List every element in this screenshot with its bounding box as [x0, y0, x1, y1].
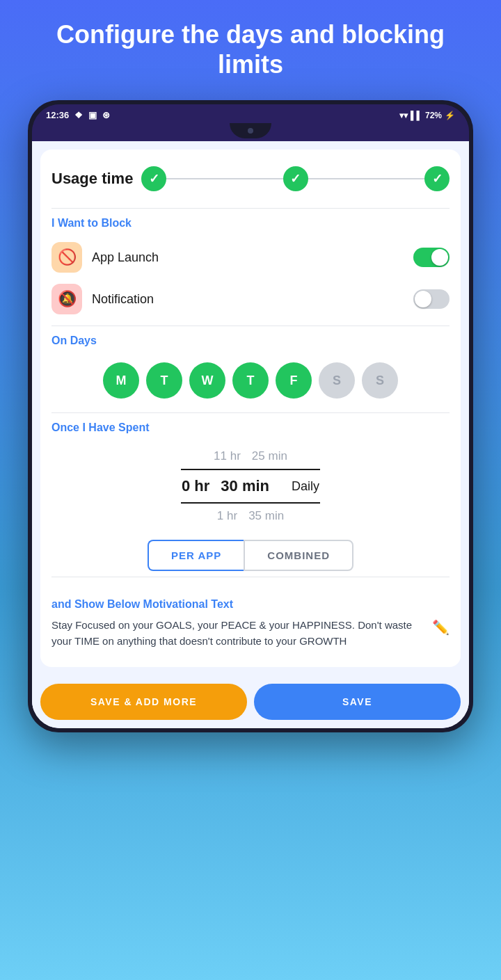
main-card: Usage time ✓ ✓ ✓ I Want to Block 🚫: [40, 150, 461, 667]
divider-3: [51, 412, 450, 413]
tab-row: PER APP COMBINED: [51, 540, 450, 571]
day-sunday[interactable]: S: [362, 362, 398, 399]
spent-section-label: Once I Have Spent: [51, 421, 450, 434]
notification-left: 🔕 Notification: [51, 284, 154, 314]
step-line-2: [308, 178, 424, 179]
battery-icon: ⚡: [445, 111, 455, 120]
step-1: ✓: [141, 166, 166, 191]
day-monday[interactable]: M: [103, 362, 139, 399]
time-picker[interactable]: 11 hr 25 min 0 hr 30 min Daily: [51, 441, 450, 531]
bottom-buttons: SAVE & ADD MORE SAVE: [32, 675, 469, 728]
notification-icon: 🔕: [51, 284, 82, 314]
edit-icon[interactable]: ✏️: [432, 619, 450, 636]
wifi-icon: ▾▾: [399, 111, 408, 120]
step-3: ✓: [424, 166, 450, 191]
notch: [230, 123, 271, 138]
per-app-tab[interactable]: PER APP: [148, 540, 244, 571]
screen: Usage time ✓ ✓ ✓ I Want to Block 🚫: [32, 141, 469, 728]
shield-icon: ⊛: [102, 110, 110, 120]
block-section-label: I Want to Block: [51, 217, 450, 230]
signal-icon: ▌▌: [411, 111, 422, 120]
period-label: Daily: [292, 479, 319, 494]
toggle-thumb-off: [415, 291, 431, 307]
selected-hr: 0 hr: [182, 477, 209, 495]
camera: [248, 128, 253, 134]
selected-min: 30 min: [221, 477, 269, 495]
motiv-row: Stay Focused on your GOALS, your PEACE &…: [51, 618, 450, 649]
save-add-button[interactable]: SAVE & ADD MORE: [40, 684, 247, 720]
days-section-label: On Days: [51, 335, 450, 347]
battery-text: 72%: [425, 111, 442, 120]
day-wednesday[interactable]: W: [189, 362, 225, 399]
time-below: 1 hr 35 min: [217, 506, 284, 526]
motiv-text: Stay Focused on your GOALS, your PEACE &…: [51, 618, 424, 649]
status-time: 12:36: [46, 110, 69, 120]
notification-toggle[interactable]: [413, 289, 450, 309]
slack-icon: ❖: [74, 110, 83, 120]
time-line-below: [181, 502, 320, 504]
message-icon: ▣: [88, 110, 97, 120]
divider-2: [51, 326, 450, 326]
notification-label: Notification: [92, 292, 154, 307]
day-friday[interactable]: F: [276, 362, 312, 399]
stepper-steps: ✓ ✓ ✓: [141, 166, 450, 191]
time-line-above: [181, 469, 320, 470]
days-row: M T W T F S S: [51, 354, 450, 407]
toggle-thumb-on: [431, 249, 448, 266]
notification-item: 🔕 Notification: [51, 278, 450, 320]
status-bar: 12:36 ❖ ▣ ⊛ ▾▾ ▌▌ 72% ⚡: [32, 104, 469, 123]
divider-4: [51, 577, 450, 577]
app-launch-left: 🚫 App Launch: [51, 242, 159, 273]
notch-area: [32, 123, 469, 141]
time-above: 11 hr 25 min: [214, 447, 287, 466]
time-spinner-col: 11 hr 25 min 0 hr 30 min Daily: [181, 447, 320, 526]
stepper-title: Usage time: [51, 170, 133, 188]
motiv-section: and Show Below Motivational Text Stay Fo…: [51, 583, 450, 656]
divider-1: [51, 208, 450, 209]
stepper: Usage time ✓ ✓ ✓: [51, 161, 450, 202]
day-thursday[interactable]: T: [232, 362, 269, 399]
step-2: ✓: [283, 166, 308, 191]
app-launch-toggle[interactable]: [413, 248, 450, 267]
page-header: Configure the days and blocking limits: [0, 0, 501, 93]
combined-tab[interactable]: COMBINED: [244, 540, 353, 571]
app-launch-icon: 🚫: [51, 242, 82, 273]
day-saturday[interactable]: S: [319, 362, 355, 399]
save-button[interactable]: SAVE: [254, 684, 461, 720]
below-hr: 1 hr: [217, 509, 237, 523]
step-line-1: [166, 178, 283, 179]
above-min: 25 min: [252, 449, 287, 463]
app-launch-label: App Launch: [92, 250, 159, 265]
above-hr: 11 hr: [214, 449, 241, 463]
app-launch-item: 🚫 App Launch: [51, 236, 450, 278]
motiv-section-label: and Show Below Motivational Text: [51, 598, 450, 611]
phone-mockup: 12:36 ❖ ▣ ⊛ ▾▾ ▌▌ 72% ⚡ Usage ti: [28, 100, 473, 732]
time-selected: 0 hr 30 min: [182, 473, 269, 499]
below-min: 35 min: [248, 509, 284, 523]
time-selected-row: 0 hr 30 min Daily: [182, 473, 319, 499]
day-tuesday[interactable]: T: [146, 362, 182, 399]
